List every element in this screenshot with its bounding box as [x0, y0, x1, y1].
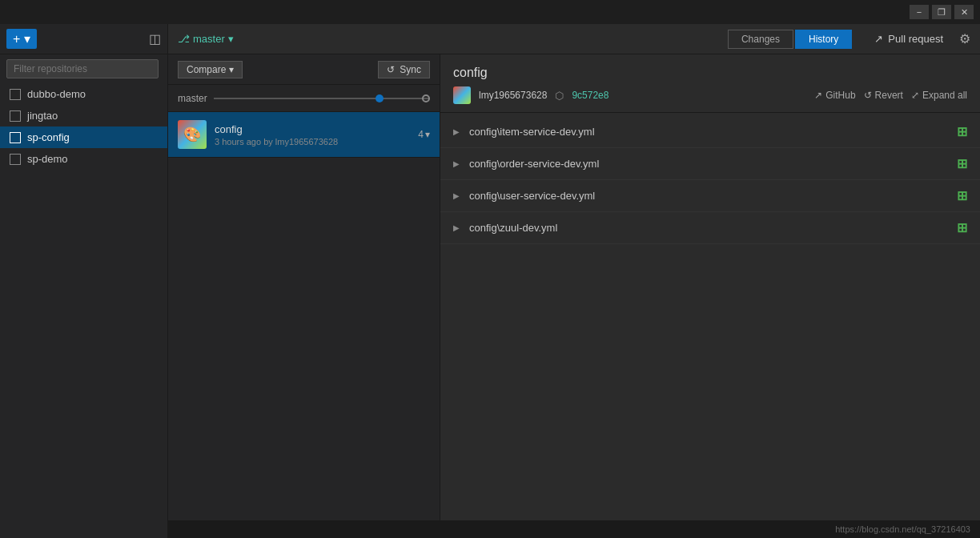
expand-label: Expand all [922, 90, 967, 101]
github-label: GitHub [825, 90, 855, 101]
branch-line-label: master [178, 93, 207, 104]
detail-author: lmy1965673628 [479, 90, 547, 101]
branch-line [214, 98, 430, 99]
pull-request-label: Pull request [888, 33, 943, 45]
sync-button[interactable]: ↺ Sync [378, 61, 430, 78]
file-name: config\user-service-dev.yml [469, 190, 950, 202]
main: ⎇ master ▾ Changes History ↗ Pull reques… [168, 24, 980, 538]
sync-icon: ↺ [387, 64, 395, 75]
revert-button[interactable]: ↺ Revert [864, 90, 903, 101]
titlebar: − ❐ ✕ [0, 0, 980, 24]
count-arrow-icon: ▾ [425, 129, 430, 140]
pull-request-button[interactable]: ↗ Pull request [874, 33, 943, 45]
sidebar-top: + ▾ ◫ [0, 24, 167, 54]
compare-arrow-icon: ▾ [229, 64, 234, 75]
branch-dot-open [422, 94, 430, 102]
branch-line-row: master [168, 85, 440, 112]
file-chevron-icon: ▶ [453, 127, 463, 136]
repo-icon [10, 89, 21, 100]
file-add-icon: ⊞ [957, 124, 967, 139]
detail-panel: config lmy1965673628 ⬡ 9c572e8 ↗ GitHub [440, 54, 980, 520]
detail-meta: lmy1965673628 ⬡ 9c572e8 ↗ GitHub ↺ Rever… [453, 86, 967, 104]
file-item-3[interactable]: ▶ config\zuul-dev.yml ⊞ [440, 212, 980, 244]
filter-repos-input[interactable] [6, 59, 159, 78]
sidebar: + ▾ ◫ dubbo-demo jingtao sp-config sp-de… [0, 24, 168, 538]
branch-icon: ⎇ [178, 33, 190, 45]
revert-icon: ↺ [864, 90, 872, 101]
add-repo-button[interactable]: + ▾ [6, 29, 37, 49]
minimize-button[interactable]: − [910, 5, 929, 19]
repo-label: dubbo-demo [27, 88, 86, 100]
restore-button[interactable]: ❐ [932, 5, 951, 19]
sync-label: Sync [400, 64, 421, 75]
file-item-0[interactable]: ▶ config\item-service-dev.yml ⊞ [440, 116, 980, 148]
detail-title: config [453, 66, 967, 80]
compare-button[interactable]: Compare ▾ [178, 61, 243, 78]
file-list: ▶ config\item-service-dev.yml ⊞ ▶ config… [440, 113, 980, 520]
file-add-icon: ⊞ [957, 220, 967, 235]
toolbar: ⎇ master ▾ Changes History ↗ Pull reques… [168, 24, 980, 54]
branch-selector[interactable]: ⎇ master ▾ [178, 33, 234, 45]
commit-meta: 3 hours ago by lmy1965673628 [215, 137, 410, 147]
commit-hash[interactable]: 9c572e8 [572, 90, 608, 101]
compare-label: Compare [187, 64, 226, 75]
commit-count: 4 ▾ [418, 129, 430, 140]
expand-icon: ⤢ [911, 90, 919, 101]
revert-label: Revert [875, 90, 903, 101]
commit-panel: Compare ▾ ↺ Sync master [168, 54, 440, 520]
toggle-sidebar-button[interactable]: ◫ [149, 31, 161, 46]
tab-group: Changes History [728, 30, 852, 49]
repo-list: dubbo-demo jingtao sp-config sp-demo [0, 83, 167, 538]
detail-header: config lmy1965673628 ⬡ 9c572e8 ↗ GitHub [440, 54, 980, 113]
count-number: 4 [418, 129, 424, 140]
branch-name: master [193, 33, 225, 45]
repo-icon [10, 110, 21, 122]
commit-entry[interactable]: 🎨 config 3 hours ago by lmy1965673628 4 … [168, 112, 440, 158]
status-url: https://blog.csdn.net/qq_37216403 [835, 524, 970, 534]
pull-request-icon: ↗ [874, 33, 883, 45]
app-body: + ▾ ◫ dubbo-demo jingtao sp-config sp-de… [0, 24, 980, 538]
repo-icon [10, 154, 21, 165]
file-chevron-icon: ▶ [453, 223, 463, 232]
detail-actions: ↗ GitHub ↺ Revert ⤢ Expand all [814, 90, 967, 101]
file-name: config\order-service-dev.yml [469, 158, 950, 170]
close-button[interactable]: ✕ [954, 5, 974, 19]
sidebar-item-dubbo-demo[interactable]: dubbo-demo [0, 83, 167, 105]
repo-label: sp-demo [27, 153, 68, 165]
file-item-1[interactable]: ▶ config\order-service-dev.yml ⊞ [440, 148, 980, 180]
settings-button[interactable]: ⚙ [959, 31, 970, 46]
file-chevron-icon: ▶ [453, 191, 463, 200]
repo-icon [10, 132, 21, 143]
tab-changes[interactable]: Changes [728, 30, 793, 49]
compare-bar: Compare ▾ ↺ Sync [168, 54, 440, 85]
sidebar-item-jingtao[interactable]: jingtao [0, 105, 167, 126]
branch-connector [387, 98, 419, 99]
content: Compare ▾ ↺ Sync master [168, 54, 980, 520]
detail-avatar [453, 86, 471, 104]
expand-all-button[interactable]: ⤢ Expand all [911, 90, 967, 101]
file-name: config\zuul-dev.yml [469, 222, 950, 234]
file-add-icon: ⊞ [957, 188, 967, 203]
commit-hash-icon: ⬡ [555, 90, 564, 102]
sidebar-item-sp-demo[interactable]: sp-demo [0, 148, 167, 170]
repo-label: jingtao [27, 110, 58, 122]
file-item-2[interactable]: ▶ config\user-service-dev.yml ⊞ [440, 180, 980, 212]
file-chevron-icon: ▶ [453, 159, 463, 168]
branch-arrow-icon: ▾ [228, 33, 234, 45]
repo-label: sp-config [27, 131, 70, 143]
statusbar: https://blog.csdn.net/qq_37216403 [168, 520, 980, 538]
commit-avatar: 🎨 [178, 120, 207, 149]
branch-dot-active [376, 94, 384, 102]
file-add-icon: ⊞ [957, 156, 967, 171]
github-icon: ↗ [814, 90, 822, 101]
commit-info: config 3 hours ago by lmy1965673628 [215, 123, 410, 147]
sidebar-item-sp-config[interactable]: sp-config [0, 126, 167, 148]
commit-name: config [215, 123, 410, 135]
tab-history[interactable]: History [795, 30, 852, 49]
file-name: config\item-service-dev.yml [469, 126, 950, 138]
github-button[interactable]: ↗ GitHub [814, 90, 855, 101]
